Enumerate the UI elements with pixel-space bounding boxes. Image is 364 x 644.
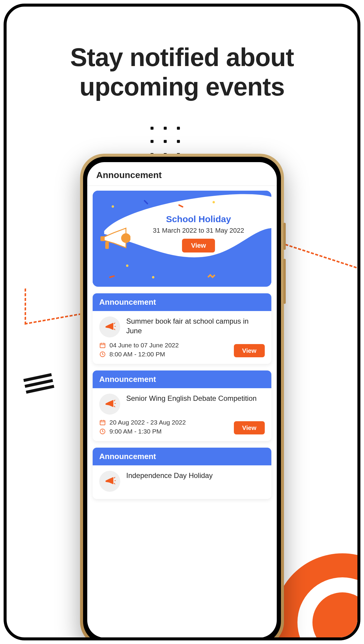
phone-mockup: Announcement	[80, 154, 284, 640]
svg-rect-5	[100, 236, 105, 241]
svg-point-3	[126, 265, 129, 267]
svg-point-7	[121, 233, 130, 243]
calendar-icon	[99, 342, 106, 349]
svg-rect-6	[105, 242, 109, 249]
megaphone-icon	[97, 224, 130, 257]
announcement-time: 9:00 AM - 1:30 PM	[109, 428, 162, 435]
headline-line-1: Stay notified about	[7, 43, 357, 72]
hero-card[interactable]: School Holiday 31 March 2022 to 31 May 2…	[93, 191, 271, 287]
announcement-card[interactable]: Announcement Senior Wing English Debate …	[93, 370, 271, 441]
headline: Stay notified about upcoming events	[7, 43, 357, 101]
screen-title: Announcement	[87, 162, 277, 186]
announcement-card[interactable]: Announcement Independence Day Holiday	[93, 448, 271, 499]
hero-title: School Holiday	[138, 214, 259, 224]
announcement-time: 8:00 AM - 12:00 PM	[109, 351, 165, 358]
announcement-title: Independence Day Holiday	[126, 471, 213, 480]
announcement-title: Senior Wing English Debate Competition	[126, 394, 257, 403]
hero-subtitle: 31 March 2022 to 31 May 2022	[138, 227, 259, 234]
hero-view-button[interactable]: View	[182, 239, 215, 252]
clock-icon	[99, 351, 106, 358]
app-screen: Announcement	[87, 162, 277, 638]
svg-point-1	[112, 205, 114, 208]
decorative-ring	[273, 553, 360, 640]
headline-line-2: upcoming events	[7, 72, 357, 101]
announcement-card[interactable]: Announcement Summer book fair at school …	[93, 293, 271, 364]
announcement-date: 20 Aug 2022 - 23 Aug 2022	[109, 419, 186, 426]
megaphone-icon	[99, 316, 120, 337]
svg-point-2	[213, 201, 215, 204]
card-header: Announcement	[93, 293, 271, 311]
view-button[interactable]: View	[234, 344, 265, 357]
decorative-dot-grid	[151, 127, 181, 157]
card-header: Announcement	[93, 370, 271, 388]
phone-side-button	[283, 223, 286, 250]
svg-point-4	[152, 276, 154, 279]
svg-rect-8	[100, 343, 105, 348]
calendar-icon	[99, 419, 106, 426]
svg-rect-13	[100, 421, 105, 425]
card-header: Announcement	[93, 448, 271, 465]
phone-side-button	[283, 259, 286, 304]
clock-icon	[99, 428, 106, 435]
marketing-frame: Stay notified about upcoming events Anno…	[4, 4, 360, 640]
megaphone-icon	[99, 394, 120, 415]
megaphone-icon	[99, 471, 120, 492]
decorative-stripes	[23, 373, 54, 394]
announcement-date: 04 June to 07 June 2022	[109, 342, 179, 349]
view-button[interactable]: View	[234, 421, 265, 434]
announcement-list[interactable]: School Holiday 31 March 2022 to 31 May 2…	[87, 186, 277, 510]
announcement-title: Summer book fair at school campus in Jun…	[126, 316, 265, 336]
